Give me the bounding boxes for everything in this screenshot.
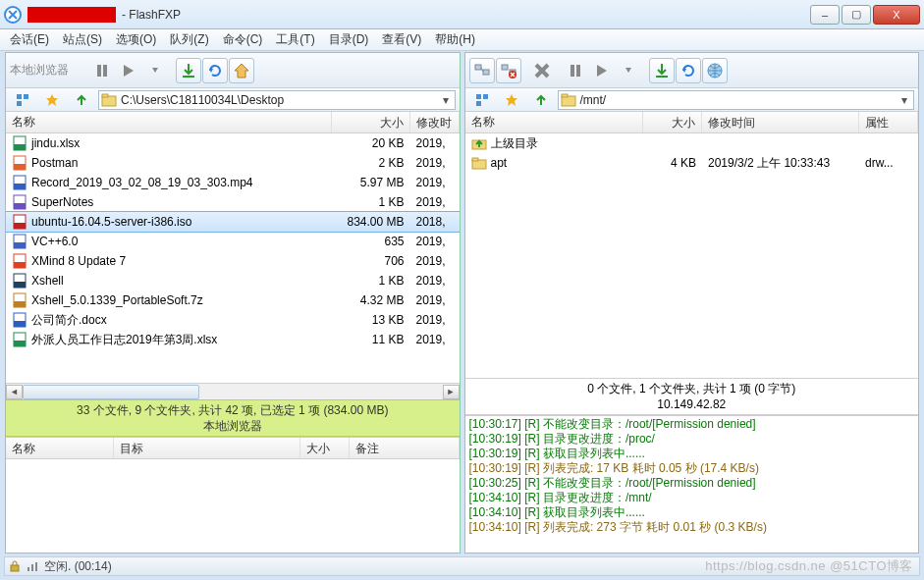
tree-icon[interactable] (10, 87, 35, 113)
svg-rect-36 (475, 65, 481, 70)
chevron-down-icon[interactable]: ▾ (439, 93, 453, 107)
file-row[interactable]: jindu.xlsx20 KB2019, (6, 133, 460, 153)
menu-item[interactable]: 查看(V) (376, 29, 427, 50)
queue-col-name[interactable]: 名称 (6, 438, 114, 458)
home-button[interactable] (229, 58, 254, 83)
minimize-button[interactable]: – (810, 5, 840, 25)
file-icon (12, 194, 27, 210)
maximize-button[interactable]: ▢ (842, 5, 871, 25)
queue-col-size[interactable]: 大小 (300, 438, 350, 458)
play-dropdown-r-icon[interactable] (616, 58, 641, 83)
file-size: 1 KB (332, 194, 410, 210)
local-toolbar-label: 本地浏览器 (10, 62, 88, 79)
close-button[interactable]: X (873, 5, 920, 25)
menu-item[interactable]: 队列(Z) (164, 29, 214, 50)
play-dropdown-icon[interactable] (142, 58, 168, 83)
file-row[interactable]: 外派人员工作日志2019年第3周.xlsx11 KB2019, (6, 330, 460, 349)
globe-button[interactable] (702, 58, 728, 83)
refresh-button[interactable] (202, 58, 228, 83)
up-dir-icon-r[interactable] (528, 87, 554, 113)
svg-marker-51 (506, 94, 517, 106)
remote-path-input[interactable]: /mnt/ ▾ (558, 90, 915, 110)
file-size: 20 KB (332, 135, 410, 151)
file-row[interactable]: SuperNotes1 KB2019, (6, 192, 460, 212)
menu-item[interactable]: 目录(D) (323, 29, 375, 50)
file-date: 2019/3/2 上午 10:33:43 (702, 154, 859, 173)
refresh-button-r[interactable] (676, 58, 701, 83)
abort-button[interactable] (529, 58, 555, 83)
local-file-list[interactable]: jindu.xlsx20 KB2019,Postman2 KB2019,Reco… (6, 133, 460, 383)
queue-col-target[interactable]: 目标 (114, 438, 300, 458)
chevron-down-icon[interactable]: ▾ (897, 93, 911, 107)
col-date[interactable]: 修改时 (410, 112, 460, 132)
file-attr: drw... (859, 155, 918, 171)
file-name: 上级目录 (491, 135, 538, 152)
disconnect-button[interactable] (496, 58, 521, 83)
pause-button[interactable] (89, 58, 115, 83)
up-dir-icon[interactable] (69, 87, 94, 113)
file-size: 11 KB (332, 332, 410, 347)
file-name: apt (491, 156, 508, 170)
log-line: [10:34:10] [R] 获取目录列表中...... (469, 505, 915, 520)
col-name[interactable]: 名称 (6, 112, 332, 132)
menu-item[interactable]: 帮助(H) (429, 29, 481, 50)
menu-item[interactable]: 站点(S) (57, 29, 108, 50)
queue-body[interactable] (6, 459, 460, 553)
status-bar: 空闲. (00:14) https://blog.csdn.ne @51CTO博… (4, 556, 920, 576)
file-row[interactable]: 上级目录 (465, 133, 919, 153)
file-icon (12, 312, 27, 328)
remote-log[interactable]: [10:30:17] [R] 不能改变目录：/root/[Permission … (465, 415, 919, 553)
file-date (702, 142, 859, 144)
menu-item[interactable]: 选项(O) (110, 29, 162, 50)
svg-rect-53 (562, 94, 568, 97)
col-date-r[interactable]: 修改时间 (702, 112, 859, 132)
file-name: 公司简介.docx (31, 312, 107, 329)
file-row[interactable]: Xshell_5.0.1339_PortableSoft.7z4.32 MB20… (6, 290, 460, 310)
svg-marker-43 (597, 65, 607, 77)
col-attr-r[interactable]: 属性 (859, 112, 918, 132)
favorite-icon[interactable] (39, 87, 65, 113)
title-bar: - FlashFXP – ▢ X (0, 0, 924, 29)
remote-path-bar: /mnt/ ▾ (465, 88, 919, 112)
play-button-r[interactable] (589, 58, 615, 83)
file-row[interactable]: Xshell1 KB2019, (6, 271, 460, 290)
menu-item[interactable]: 工具(T) (270, 29, 320, 50)
svg-rect-48 (476, 94, 481, 99)
tree-icon-r[interactable] (469, 87, 495, 113)
connect-button[interactable] (469, 58, 495, 83)
col-name-r[interactable]: 名称 (465, 112, 644, 132)
local-hscroll[interactable]: ◄ ► (6, 383, 460, 399)
favorite-icon-r[interactable] (499, 87, 524, 113)
file-row[interactable]: ubuntu-16.04.5-server-i386.iso834.00 MB2… (6, 212, 460, 232)
transfer-button-r[interactable] (649, 58, 675, 83)
scroll-left-icon[interactable]: ◄ (6, 385, 23, 399)
file-name: SuperNotes (31, 195, 93, 209)
menu-item[interactable]: 命令(C) (217, 29, 269, 50)
transfer-button[interactable] (176, 58, 201, 83)
chart-icon (27, 560, 38, 572)
file-name: Xshell (31, 274, 64, 288)
col-size-r[interactable]: 大小 (643, 112, 702, 132)
file-row[interactable]: 公司简介.docx13 KB2019, (6, 310, 460, 330)
remote-file-list[interactable]: 上级目录apt4 KB2019/3/2 上午 10:33:43drw... (465, 133, 919, 378)
file-row[interactable]: apt4 KB2019/3/2 上午 10:33:43drw... (465, 153, 919, 173)
file-row[interactable]: Record_2019_03_02_08_19_03_303.mp45.97 M… (6, 173, 460, 192)
scroll-right-icon[interactable]: ► (443, 385, 460, 399)
window-title: - FlashFXP (120, 8, 808, 22)
menu-item[interactable]: 会话(E) (4, 29, 55, 50)
svg-rect-45 (656, 76, 668, 78)
svg-rect-60 (35, 562, 37, 571)
file-row[interactable]: VC++6.06352019, (6, 232, 460, 251)
svg-rect-5 (183, 76, 194, 78)
scroll-thumb[interactable] (23, 385, 199, 399)
file-row[interactable]: Postman2 KB2019, (6, 153, 460, 173)
pause-button-r[interactable] (563, 58, 588, 83)
play-button[interactable] (116, 58, 141, 83)
queue-col-remark[interactable]: 备注 (350, 438, 460, 458)
status-text: 空闲. (00:14) (44, 558, 112, 575)
file-attr (859, 142, 918, 144)
local-path-input[interactable]: C:\Users\C18110034L\Desktop ▾ (98, 90, 456, 110)
file-name: jindu.xlsx (31, 136, 80, 150)
file-row[interactable]: XMind 8 Update 77062019, (6, 251, 460, 271)
col-size[interactable]: 大小 (332, 112, 410, 132)
